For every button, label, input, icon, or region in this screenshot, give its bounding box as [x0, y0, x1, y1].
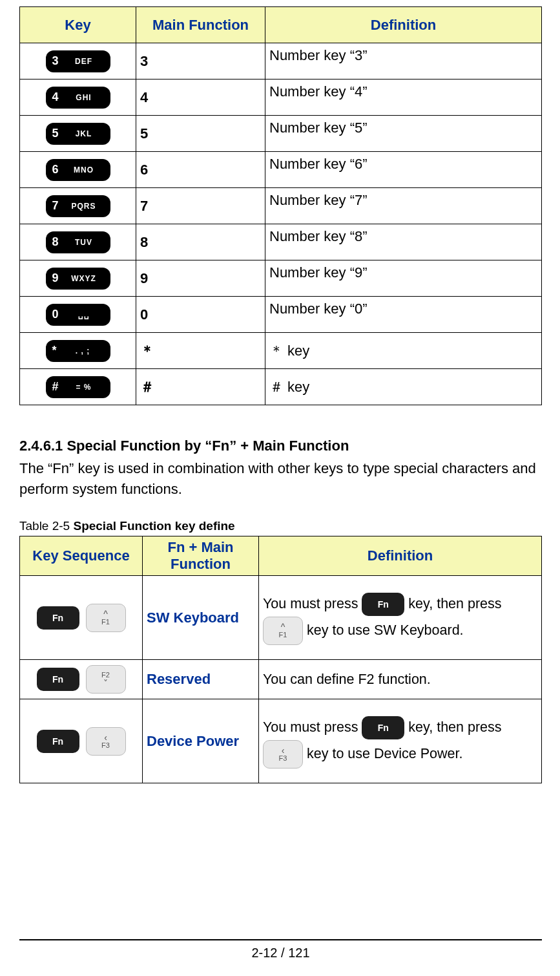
f3-key-icon: ‹ F3 [86, 727, 126, 756]
keycap-sub: PQRS [64, 202, 104, 211]
keycap-num: 7 [52, 199, 59, 213]
f3-key-label: F3 [279, 755, 287, 762]
t2-row1-fn: Reserved [143, 660, 259, 699]
t1-header-fn: Main Function [136, 7, 265, 43]
fn-key-table: Key Sequence Fn + Main Function Definiti… [19, 536, 542, 783]
f3-key-top: ‹ [282, 746, 285, 755]
main-function-cell: ＃ [136, 369, 265, 405]
t2-row2-keyseq: Fn ‹ F3 [20, 699, 143, 783]
definition-cell: ＃ key [265, 369, 542, 405]
main-function-cell: 9 [136, 260, 265, 297]
keycap-num: 6 [52, 163, 59, 176]
f1-key-label: F1 [279, 631, 287, 639]
phone-key-icon: *. , ; [46, 340, 110, 362]
table2-caption: Table 2-5 Special Function key define [19, 519, 542, 533]
t2-row2-def-b: key, then press [408, 719, 501, 735]
keycap-sub: WXYZ [64, 274, 104, 283]
page-footer: 2-12 / 121 [19, 913, 542, 976]
keycap-sub: = % [64, 383, 104, 392]
main-function-cell: 0 [136, 297, 265, 333]
main-key-table: Key Main Function Definition 3DEF3Number… [19, 6, 542, 405]
keycap-sub: . , ; [62, 346, 104, 355]
keycap-sub: MNO [64, 165, 104, 175]
t2-row0-fn: SW Keyboard [143, 576, 259, 660]
f3-key-top: ‹ [104, 733, 107, 742]
f2-key-top: F2 [101, 672, 110, 679]
t2-row2-def: You must press Fn key, then press ‹ F3 k… [259, 699, 542, 783]
definition-cell: Number key “0” [265, 297, 542, 333]
phone-key-icon: 0␣␣ [46, 304, 110, 326]
t2-header-fn: Fn + Main Function [143, 536, 259, 576]
keycap-num: 8 [52, 235, 59, 249]
keycap-sub: GHI [64, 93, 104, 102]
t2-row0-def-b: key, then press [408, 596, 501, 611]
t2-row1-def: You can define F2 function. [259, 660, 542, 699]
t2-row2-fn: Device Power [143, 699, 259, 783]
t2-row2-def-c: key to use Device Power. [307, 745, 462, 761]
fn-key-icon: Fn [37, 606, 79, 630]
t2-row1-keyseq: Fn F2 ˅ [20, 660, 143, 699]
f3-key-label: F3 [101, 742, 110, 749]
fn-key-icon: Fn [37, 730, 79, 753]
keycap-num: * [52, 344, 57, 357]
f1-key-icon: ^ F1 [86, 604, 126, 632]
t2-row0-def-a: You must press [263, 596, 362, 611]
phone-key-icon: 8TUV [46, 231, 110, 253]
keycap-cell: 4GHI [20, 80, 136, 116]
fn-key-icon: Fn [362, 593, 404, 616]
f1-key-label: F1 [101, 619, 110, 626]
phone-key-icon: 9WXYZ [46, 268, 110, 290]
keycap-cell: 7PQRS [20, 188, 136, 224]
definition-cell: Number key “6” [265, 152, 542, 188]
t2-header-def: Definition [259, 536, 542, 576]
t2-row2-def-a: You must press [263, 719, 362, 735]
phone-key-icon: 5JKL [46, 123, 110, 145]
keycap-cell: *. , ; [20, 333, 136, 369]
main-function-cell: 6 [136, 152, 265, 188]
keycap-num: # [52, 380, 59, 394]
keycap-sub: TUV [64, 238, 104, 247]
keycap-cell: 5JKL [20, 116, 136, 152]
phone-key-icon: 3DEF [46, 50, 110, 72]
main-function-cell: 4 [136, 80, 265, 116]
keycap-num: 4 [52, 90, 59, 104]
keycap-cell: 3DEF [20, 43, 136, 80]
keycap-num: 0 [52, 308, 59, 321]
page-number: 2-12 / 121 [19, 946, 542, 960]
phone-key-icon: 6MNO [46, 159, 110, 181]
keycap-sub: DEF [64, 57, 104, 66]
main-function-cell: 8 [136, 224, 265, 260]
keycap-cell: 6MNO [20, 152, 136, 188]
keycap-cell: #= % [20, 369, 136, 405]
section-body: The “Fn” key is used in combination with… [19, 458, 542, 500]
main-function-cell: 5 [136, 116, 265, 152]
definition-cell: Number key “4” [265, 80, 542, 116]
t2-row0-def-c: key to use SW Keyboard. [307, 622, 464, 637]
keycap-sub: JKL [64, 129, 104, 138]
t2-header-key: Key Sequence [20, 536, 143, 576]
keycap-sub: ␣␣ [64, 310, 104, 319]
definition-cell: Number key “7” [265, 188, 542, 224]
fn-key-icon: Fn [362, 716, 404, 739]
main-function-cell: 7 [136, 188, 265, 224]
f1-key-top: ^ [281, 622, 285, 631]
keycap-num: 3 [52, 54, 59, 68]
fn-key-icon: Fn [37, 668, 79, 691]
t1-header-key: Key [20, 7, 136, 43]
definition-cell: Number key “5” [265, 116, 542, 152]
definition-cell: Number key “3” [265, 43, 542, 80]
keycap-cell: 0␣␣ [20, 297, 136, 333]
phone-key-icon: 7PQRS [46, 195, 110, 217]
table2-caption-bold: Special Function key define [73, 519, 234, 533]
f1-key-icon: ^ F1 [263, 617, 303, 645]
t2-row0-keyseq: Fn ^ F1 [20, 576, 143, 660]
f3-key-icon: ‹ F3 [263, 740, 303, 769]
main-function-cell: 3 [136, 43, 265, 80]
definition-cell: ＊ key [265, 333, 542, 369]
phone-key-icon: #= % [46, 376, 110, 398]
keycap-num: 9 [52, 271, 59, 285]
definition-cell: Number key “8” [265, 224, 542, 260]
f2-key-label: ˅ [103, 679, 108, 688]
t2-row0-def: You must press Fn key, then press ^ F1 k… [259, 576, 542, 660]
keycap-cell: 8TUV [20, 224, 136, 260]
